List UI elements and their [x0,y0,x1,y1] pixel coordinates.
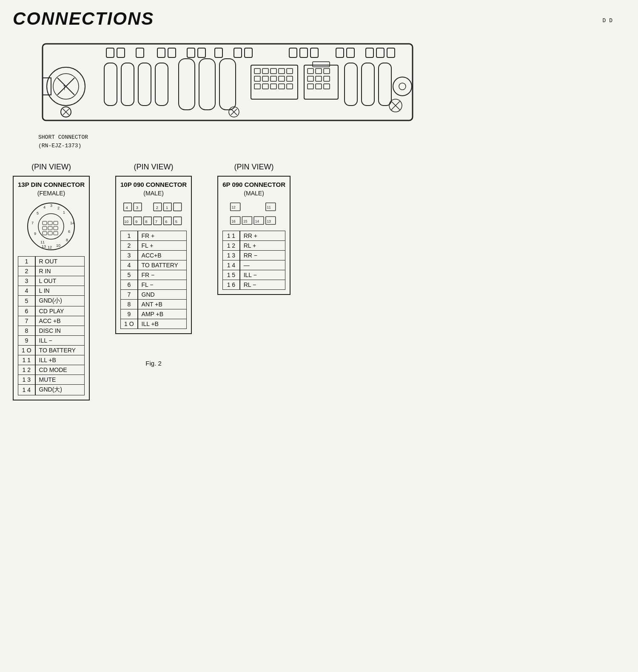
pin-number: 1 3 [223,251,240,260]
svg-rect-104 [134,217,142,225]
svg-rect-31 [219,59,236,110]
table-row: 1 1ILL +B [18,355,85,365]
svg-text:12: 12 [231,205,236,209]
table-row: 1 6RL − [223,280,285,290]
pin-number: 1 2 [223,241,240,251]
svg-rect-78 [43,226,47,230]
connector-table-10p: 10P 090 CONNECTOR (MALE) [115,176,192,334]
connector-title-10p: 10P 090 CONNECTOR [120,181,187,188]
svg-rect-22 [366,48,373,57]
connector-title-6p: 6P 090 CONNECTOR [222,181,285,188]
svg-rect-20 [336,48,344,57]
svg-text:↑: ↑ [62,81,67,92]
svg-text:11: 11 [40,240,45,244]
svg-rect-28 [155,63,168,106]
pin-label: FL − [138,280,187,290]
svg-text:3: 3 [136,206,138,210]
svg-rect-57 [316,84,322,89]
svg-rect-54 [316,76,322,81]
svg-rect-34 [262,69,268,74]
svg-text:4: 4 [43,205,46,209]
svg-rect-61 [379,63,391,106]
svg-text:1: 1 [63,210,65,214]
svg-rect-45 [271,84,276,89]
svg-rect-106 [154,217,162,225]
table-row: 3L OUT [18,276,85,286]
svg-rect-49 [313,62,330,67]
pin-number: 1 1 [18,355,35,365]
connector-subtitle-13p: (FEMALE) [18,190,85,197]
svg-rect-32 [251,65,298,99]
svg-rect-55 [324,76,330,81]
pin-number: 4 [120,260,137,270]
svg-rect-47 [287,84,293,89]
pin-label: ILL − [240,270,285,280]
pin-table-13p: 1R OUT2R IN3L OUT4L IN5GND(小)6CD PLAY7AC… [18,256,85,395]
svg-text:8: 8 [145,220,147,224]
pin-label: — [240,260,285,270]
svg-rect-48 [304,65,338,99]
pin-label: L IN [35,286,85,296]
svg-rect-102 [174,203,182,211]
svg-point-69 [399,83,406,90]
svg-point-68 [393,77,412,96]
svg-rect-40 [271,76,276,81]
svg-rect-44 [262,84,268,89]
pin-label: FR − [138,270,187,280]
table-row: 6CD PLAY [18,306,85,316]
pin-number: 1 2 [18,365,35,375]
rect-connector-10p-diagram: 4 3 2 1 10 9 8 7 6 5 [122,201,185,226]
svg-text:16: 16 [231,219,236,223]
svg-rect-81 [43,232,47,235]
svg-rect-17 [289,48,297,57]
svg-rect-43 [254,84,260,89]
pin-label: ILL − [35,336,85,346]
table-row: 2FL + [120,241,186,251]
svg-text:11: 11 [267,205,271,209]
table-row: 1 4— [223,260,285,270]
svg-rect-76 [48,221,52,225]
pin-label: ILL +B [35,355,85,365]
pin-number: 9 [120,309,137,319]
connectors-section: (PIN VIEW) 13P DIN CONNECTOR (FEMALE) [13,163,625,400]
table-row: 9ILL − [18,336,85,346]
pin-label: ACC+B [138,251,187,260]
pin-label: ILL +B [138,319,187,329]
connector-title-13p: 13P DIN CONNECTOR [18,181,85,188]
table-row: 1 2RL + [223,241,285,251]
svg-rect-8 [117,48,125,57]
pin-label: CD MODE [35,365,85,375]
svg-rect-80 [54,226,58,230]
pin-label: CD PLAY [35,306,85,316]
table-row: 1 3RR − [223,251,285,260]
table-row: 1R OUT [18,257,85,266]
svg-text:12: 12 [48,245,52,249]
svg-text:7: 7 [155,220,157,224]
pin-number: 1 4 [18,385,35,395]
svg-text:6: 6 [68,229,70,234]
table-row: 1 3MUTE [18,375,85,385]
svg-rect-23 [376,48,384,57]
connector-subtitle-6p: (MALE) [222,190,285,197]
svg-rect-11 [168,48,176,57]
svg-rect-50 [308,69,313,74]
svg-rect-21 [347,48,354,57]
pin-number: 1 4 [223,260,240,270]
svg-rect-83 [54,232,58,235]
pin-number: 8 [18,326,35,336]
pin-label: RL − [240,280,285,290]
table-row: 8DISC IN [18,326,85,336]
svg-rect-36 [279,69,285,74]
pin-view-label-13p: (PIN VIEW) [31,163,71,172]
svg-text:13: 13 [267,219,271,223]
svg-rect-58 [324,84,330,89]
pin-number: 5 [18,296,35,306]
page-title: CONNECTIONS [13,9,625,29]
table-row: 1 OTO BATTERY [18,346,85,355]
svg-text:1: 1 [166,206,168,210]
svg-rect-52 [324,69,330,74]
pin-number: 7 [120,290,137,300]
svg-rect-18 [300,48,308,57]
svg-text:8: 8 [66,238,68,242]
pin-label: RR − [240,251,285,260]
